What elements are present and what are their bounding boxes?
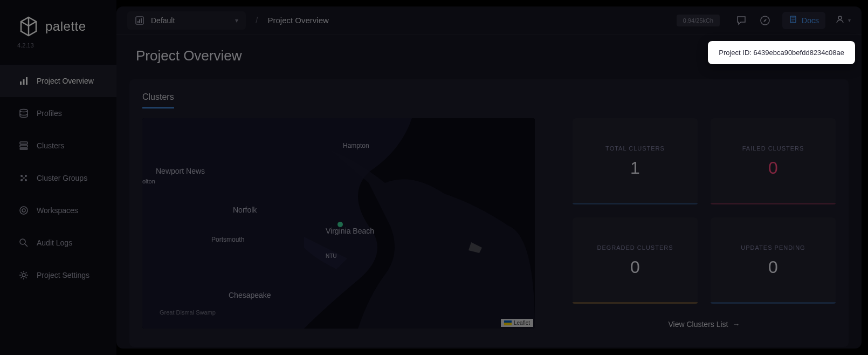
svg-rect-1 (23, 79, 25, 85)
groups-icon (18, 173, 29, 183)
chevron-down-icon: ▾ (848, 17, 851, 23)
arrow-right-icon: → (733, 320, 740, 329)
svg-rect-4 (20, 142, 27, 144)
stat-value: 1 (583, 158, 687, 178)
sidebar-item-audit-logs[interactable]: Audit Logs (0, 227, 116, 259)
svg-point-15 (20, 239, 25, 244)
stat-value: 0 (721, 257, 825, 277)
svg-point-3 (20, 110, 27, 112)
map-attribution[interactable]: Leaflet (501, 319, 533, 327)
stat-label: FAILED CLUSTERS (721, 145, 825, 152)
view-link-text: View Clusters List (668, 320, 728, 329)
svg-rect-21 (141, 18, 142, 23)
sidebar-item-cluster-groups[interactable]: Cluster Groups (0, 162, 116, 194)
svg-rect-5 (20, 145, 27, 147)
logo: palette (0, 15, 116, 38)
content-panel: Clusters Hampton Newport News olton Norf… (129, 79, 849, 347)
stat-label: UPDATES PENDING (721, 244, 825, 251)
logo-text: palette (45, 19, 86, 34)
map-panel[interactable]: Hampton Newport News olton Norfolk Virgi… (142, 118, 535, 329)
chart-icon (18, 76, 29, 86)
user-menu[interactable]: ▾ (835, 15, 851, 26)
sidebar-item-project-overview[interactable]: Project Overview (0, 65, 116, 97)
stat-label: TOTAL CLUSTERS (583, 145, 687, 152)
sidebar-item-label: Project Overview (37, 77, 94, 85)
sidebar-item-label: Cluster Groups (37, 174, 87, 182)
usage-badge: 0.94/25kCh (677, 15, 720, 26)
stat-value: 0 (721, 158, 825, 178)
workspaces-icon (18, 205, 29, 216)
breadcrumb-separator: / (256, 16, 258, 25)
stat-card-degraded[interactable]: DEGRADED CLUSTERS 0 (573, 217, 698, 304)
search-icon (18, 237, 29, 248)
clusters-icon (18, 140, 29, 151)
stat-card-failed[interactable]: FAILED CLUSTERS 0 (711, 118, 836, 204)
view-clusters-link[interactable]: View Clusters List → (573, 320, 836, 329)
sidebar-item-profiles[interactable]: Profiles (0, 97, 116, 129)
chat-icon[interactable] (736, 15, 747, 26)
project-id-tooltip: Project ID: 6439ebca90befdd8234c08ae (708, 41, 855, 64)
sidebar: palette 4.2.13 Project Overview Profiles… (0, 0, 116, 355)
svg-line-16 (25, 244, 27, 247)
user-icon (835, 15, 845, 26)
stat-card-pending[interactable]: UPDATES PENDING 0 (711, 217, 836, 304)
map-marker[interactable] (337, 222, 343, 227)
docs-button[interactable]: Docs (782, 12, 825, 29)
svg-rect-19 (137, 21, 139, 23)
sidebar-item-label: Workspaces (37, 206, 78, 215)
project-icon (135, 16, 144, 25)
docs-icon (789, 15, 797, 26)
svg-rect-20 (139, 19, 140, 23)
stat-label: DEGRADED CLUSTERS (583, 244, 687, 251)
palette-logo-icon (17, 15, 40, 38)
svg-point-17 (22, 274, 25, 277)
sidebar-item-label: Project Settings (37, 271, 89, 279)
project-selector-text: Default (151, 16, 235, 25)
stats-panel: TOTAL CLUSTERS 1 FAILED CLUSTERS 0 DEGRA… (573, 118, 836, 329)
stack-icon (18, 108, 29, 119)
gear-icon (18, 270, 29, 281)
svg-point-27 (838, 16, 842, 19)
project-selector[interactable]: Default ▾ (127, 11, 246, 30)
svg-point-13 (20, 207, 27, 214)
section-title: Clusters (142, 92, 174, 108)
docs-label: Docs (802, 16, 819, 25)
sidebar-item-label: Clusters (37, 141, 64, 150)
page-title: Project Overview (136, 47, 242, 64)
svg-rect-6 (20, 148, 27, 149)
sidebar-item-project-settings[interactable]: Project Settings (0, 259, 116, 291)
sidebar-item-label: Profiles (37, 109, 62, 118)
sidebar-item-workspaces[interactable]: Workspaces (0, 194, 116, 227)
flag-icon (504, 320, 512, 325)
svg-rect-2 (26, 77, 27, 85)
svg-rect-0 (20, 81, 22, 85)
svg-point-14 (22, 209, 25, 212)
stat-value: 0 (583, 257, 687, 277)
chevron-down-icon: ▾ (235, 17, 238, 24)
topbar: Default ▾ / Project Overview 0.94/25kCh … (116, 6, 862, 35)
compass-icon[interactable] (760, 15, 770, 26)
sidebar-item-clusters[interactable]: Clusters (0, 129, 116, 162)
sidebar-item-label: Audit Logs (37, 238, 72, 247)
breadcrumb: Project Overview (267, 16, 328, 25)
stat-card-total[interactable]: TOTAL CLUSTERS 1 (573, 118, 698, 204)
version-text: 4.2.13 (0, 42, 116, 49)
map-attribution-text: Leaflet (514, 320, 530, 326)
